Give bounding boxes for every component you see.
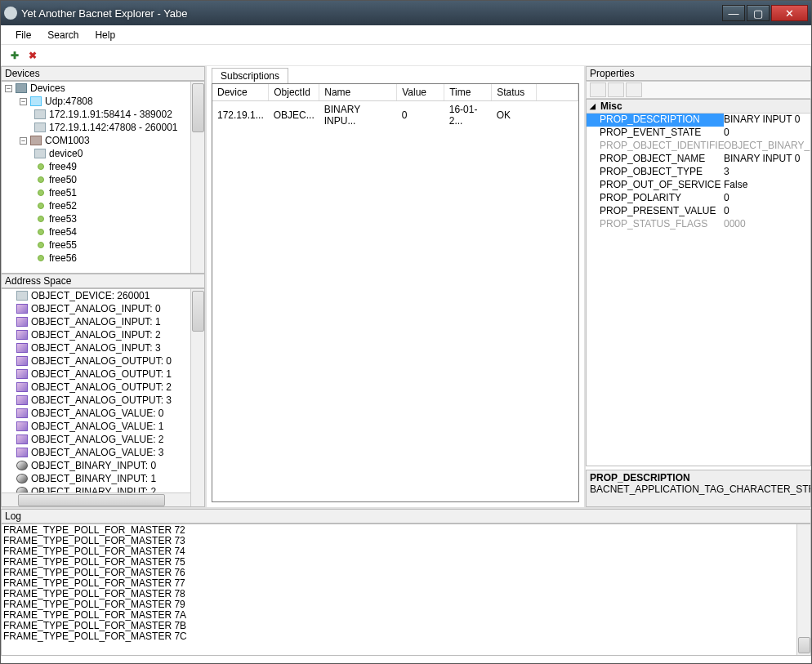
address-node[interactable]: OBJECT_ANALOG_INPUT: 0 (2, 302, 204, 315)
col-status[interactable]: Status (492, 84, 537, 101)
address-node[interactable]: OBJECT_ANALOG_VALUE: 2 (2, 433, 204, 446)
categorize-icon[interactable] (590, 82, 606, 97)
col-device[interactable]: Device (212, 84, 269, 101)
property-description: PROP_DESCRIPTION BACNET_APPLICATION_TAG_… (586, 470, 811, 507)
address-space-label: Address Space (1, 274, 205, 288)
address-node[interactable]: OBJECT_ANALOG_INPUT: 2 (2, 328, 204, 341)
tree-node-root[interactable]: −Devices (2, 82, 204, 95)
properties-grid[interactable]: ◢Misc PROP_DESCRIPTIONBINARY INPUT 0PROP… (586, 99, 811, 466)
property-row[interactable]: PROP_OUT_OF_SERVICEFalse (587, 179, 810, 192)
scrollbar[interactable] (190, 82, 204, 273)
property-row[interactable]: PROP_OBJECT_TYPE3 (587, 166, 810, 179)
address-node[interactable]: OBJECT_ANALOG_OUTPUT: 2 (2, 381, 204, 394)
tree-node-com[interactable]: −COM1003 (2, 134, 204, 147)
address-node[interactable]: OBJECT_DEVICE: 260001 (2, 289, 204, 302)
devices-label: Devices (1, 66, 205, 81)
col-value[interactable]: Value (397, 84, 444, 101)
col-time[interactable]: Time (444, 84, 492, 101)
tree-node-free[interactable]: free50 (2, 173, 204, 186)
tree-node-free[interactable]: free52 (2, 199, 204, 212)
col-objectid[interactable]: ObjectId (269, 84, 319, 101)
tree-node-free[interactable]: free49 (2, 160, 204, 173)
address-node[interactable]: OBJECT_BINARY_INPUT: 0 (2, 459, 204, 472)
log-label: Log (1, 509, 811, 524)
tree-node-free[interactable]: free55 (2, 238, 204, 252)
address-node[interactable]: OBJECT_ANALOG_VALUE: 1 (2, 420, 204, 433)
devices-tree[interactable]: −Devices−Udp:47808172.19.1.91:58414 - 38… (1, 81, 205, 274)
properties-label: Properties (586, 66, 811, 81)
address-node[interactable]: OBJECT_ANALOG_OUTPUT: 3 (2, 394, 204, 407)
collapse-icon[interactable]: ◢ (590, 102, 596, 110)
address-node[interactable]: OBJECT_ANALOG_OUTPUT: 0 (2, 354, 204, 368)
property-row[interactable]: PROP_OBJECT_IDENTIFIEROBJECT_BINARY_I (587, 140, 810, 153)
scrollbar-horizontal[interactable] (2, 492, 190, 506)
menu-search[interactable]: Search (39, 28, 87, 42)
properties-toolbar (586, 81, 811, 99)
menu-help[interactable]: Help (87, 28, 123, 42)
delete-button[interactable]: ✖ (25, 48, 40, 63)
property-row[interactable]: PROP_DESCRIPTIONBINARY INPUT 0 (587, 114, 810, 127)
maximize-button[interactable]: ▢ (747, 5, 770, 21)
property-row[interactable]: PROP_POLARITY0 (587, 192, 810, 205)
menubar: File Search Help (1, 25, 811, 45)
tree-node-free[interactable]: free56 (2, 252, 204, 265)
tree-node-free[interactable]: free54 (2, 225, 204, 238)
log-line: FRAME_TYPE_POLL_FOR_MASTER 7C (3, 631, 809, 642)
property-row[interactable]: PROP_STATUS_FLAGS0000 (587, 218, 810, 231)
tree-node-device[interactable]: 172.19.1.91:58414 - 389002 (2, 108, 204, 121)
close-button[interactable]: ✕ (771, 5, 808, 21)
address-space-tree[interactable]: OBJECT_DEVICE: 260001OBJECT_ANALOG_INPUT… (1, 288, 205, 507)
address-node[interactable]: OBJECT_ANALOG_INPUT: 3 (2, 341, 204, 354)
tree-node-device[interactable]: device0 (2, 147, 204, 160)
add-button[interactable]: ✚ (7, 48, 22, 63)
pages-icon[interactable] (626, 82, 642, 97)
property-row[interactable]: PROP_EVENT_STATE0 (587, 127, 810, 140)
subscriptions-panel: Device ObjectId Name Value Time Status 1… (212, 83, 579, 502)
subscriptions-table[interactable]: Device ObjectId Name Value Time Status 1… (212, 84, 578, 129)
log-panel[interactable]: FRAME_TYPE_POLL_FOR_MASTER 72FRAME_TYPE_… (1, 524, 811, 656)
tree-node-free[interactable]: free51 (2, 186, 204, 199)
address-node[interactable]: OBJECT_ANALOG_INPUT: 1 (2, 315, 204, 328)
scrollbar[interactable] (796, 524, 810, 655)
col-name[interactable]: Name (319, 84, 397, 101)
property-row[interactable]: PROP_OBJECT_NAMEBINARY INPUT 0 (587, 153, 810, 166)
tree-node-device[interactable]: 172.19.1.142:47808 - 260001 (2, 121, 204, 134)
app-icon (4, 7, 17, 20)
tree-node-free[interactable]: free53 (2, 212, 204, 225)
address-node[interactable]: OBJECT_ANALOG_OUTPUT: 1 (2, 368, 204, 381)
minimize-button[interactable]: — (722, 5, 745, 21)
table-row[interactable]: 172.19.1... OBJEC... BINARY INPU... 0 16… (212, 101, 578, 130)
property-row[interactable]: PROP_PRESENT_VALUE0 (587, 205, 810, 218)
address-node[interactable]: OBJECT_BINARY_INPUT: 1 (2, 472, 204, 485)
property-group[interactable]: ◢Misc (587, 100, 810, 114)
window-title: Yet Another Bacnet Explorer - Yabe (21, 7, 721, 20)
tab-subscriptions[interactable]: Subscriptions (212, 68, 288, 83)
address-node[interactable]: OBJECT_ANALOG_VALUE: 0 (2, 407, 204, 420)
menu-file[interactable]: File (7, 28, 39, 42)
sort-icon[interactable] (608, 82, 624, 97)
scrollbar[interactable] (190, 289, 204, 506)
address-node[interactable]: OBJECT_ANALOG_VALUE: 3 (2, 446, 204, 459)
tree-node-udp[interactable]: −Udp:47808 (2, 95, 204, 108)
toolbar: ✚ ✖ (1, 45, 811, 66)
titlebar[interactable]: Yet Another Bacnet Explorer - Yabe — ▢ ✕ (1, 1, 811, 25)
